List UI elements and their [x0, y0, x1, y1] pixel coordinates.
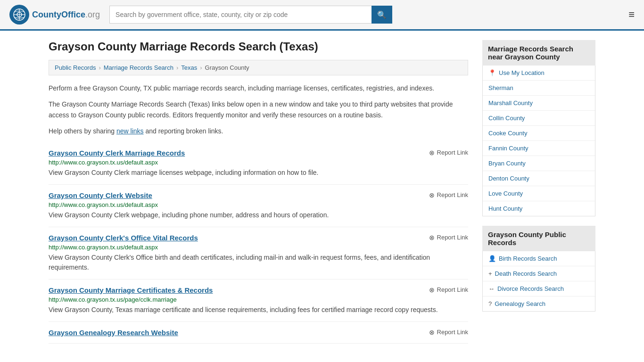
logo-icon — [9, 5, 29, 25]
public-records-header: Grayson County Public Records — [482, 226, 595, 251]
record-desc-2: View Grayson County Clerk's Office birth… — [49, 253, 468, 272]
header: CountyOffice.org 🔍 ≡ — [0, 0, 644, 31]
nearby-item-5[interactable]: Fannin County — [483, 141, 595, 156]
record-item: Grayson Genealogy Research Website ⊗ Rep… — [49, 322, 468, 344]
public-records-list: 👤Birth Records Search+Death Records Sear… — [482, 251, 595, 312]
cross-icon: + — [488, 270, 492, 277]
description-3: Help others by sharing new links and rep… — [49, 126, 468, 136]
record-item: Grayson County Clerk's Office Vital Reco… — [49, 227, 468, 280]
public-record-label-0: Birth Records Search — [499, 255, 557, 262]
menu-icon: ≡ — [628, 8, 635, 20]
breadcrumb: Public Records › Marriage Records Search… — [49, 60, 468, 75]
report-icon-4: ⊗ — [429, 329, 435, 336]
records-list: Grayson County Clerk Marriage Records ⊗ … — [49, 142, 468, 344]
nearby-item-6[interactable]: Bryan County — [483, 156, 595, 171]
page-title: Grayson County Marriage Records Search (… — [49, 40, 468, 53]
new-links-link[interactable]: new links — [116, 127, 144, 135]
record-title-1[interactable]: Grayson County Clerk Website — [49, 191, 152, 199]
report-label-1: Report Link — [437, 191, 468, 198]
record-url-3[interactable]: http://www.co.grayson.tx.us/page/cclk.ma… — [49, 296, 468, 303]
question-icon: ? — [488, 300, 492, 307]
record-item: Grayson County Clerk Website ⊗ Report Li… — [49, 185, 468, 227]
record-url-0[interactable]: http://www.co.grayson.tx.us/default.aspx — [49, 159, 468, 166]
report-label-3: Report Link — [437, 286, 468, 293]
record-item: Grayson County Marriage Certificates & R… — [49, 280, 468, 322]
breadcrumb-marriage-records[interactable]: Marriage Records Search — [104, 64, 173, 71]
record-url-1[interactable]: http://www.co.grayson.tx.us/default.aspx — [49, 201, 468, 208]
nearby-item-9[interactable]: Hunt County — [483, 201, 595, 216]
search-area: 🔍 — [109, 6, 392, 24]
public-records-section: Grayson County Public Records 👤Birth Rec… — [482, 226, 595, 312]
nearby-item-8[interactable]: Love County — [483, 186, 595, 201]
nearby-label-3: Collin County — [488, 115, 525, 122]
nearby-label-2: Marshall County — [488, 99, 533, 107]
report-link-btn-1[interactable]: ⊗ Report Link — [429, 191, 468, 199]
menu-button[interactable]: ≡ — [628, 9, 635, 20]
report-icon-1: ⊗ — [429, 191, 435, 199]
nearby-header: Marriage Records Search near Grayson Cou… — [482, 40, 595, 66]
record-desc-0: View Grayson County Clerk marriage licen… — [49, 168, 468, 178]
description-2: The Grayson County Marriage Records Sear… — [49, 99, 468, 120]
logo-text: CountyOffice.org — [32, 10, 100, 20]
nearby-list: 📍Use My LocationShermanMarshall CountyCo… — [482, 66, 595, 216]
nearby-label-8: Love County — [488, 190, 523, 197]
public-record-item-3[interactable]: ?Genealogy Search — [483, 296, 595, 311]
public-record-label-3: Genealogy Search — [495, 300, 545, 307]
location-icon: 📍 — [488, 69, 496, 76]
report-link-btn-0[interactable]: ⊗ Report Link — [429, 149, 468, 156]
record-title-0[interactable]: Grayson County Clerk Marriage Records — [49, 149, 185, 157]
sidebar: Marriage Records Search near Grayson Cou… — [482, 40, 595, 344]
record-title-4[interactable]: Grayson Genealogy Research Website — [49, 329, 178, 337]
report-label-4: Report Link — [437, 329, 468, 336]
nearby-label-9: Hunt County — [488, 205, 522, 212]
report-link-btn-2[interactable]: ⊗ Report Link — [429, 234, 468, 241]
nearby-section: Marriage Records Search near Grayson Cou… — [482, 40, 595, 216]
nearby-label-7: Denton County — [488, 175, 529, 182]
logo[interactable]: CountyOffice.org — [9, 5, 100, 25]
nearby-item-0[interactable]: 📍Use My Location — [483, 66, 595, 81]
search-icon: 🔍 — [377, 11, 387, 19]
public-record-item-0[interactable]: 👤Birth Records Search — [483, 251, 595, 266]
description-1: Perform a free Grayson County, TX public… — [49, 83, 468, 93]
report-label-2: Report Link — [437, 234, 468, 241]
nearby-item-3[interactable]: Collin County — [483, 111, 595, 126]
report-label-0: Report Link — [437, 149, 468, 156]
breadcrumb-public-records[interactable]: Public Records — [55, 64, 96, 71]
nearby-item-2[interactable]: Marshall County — [483, 96, 595, 111]
nearby-label-1: Sherman — [488, 84, 513, 91]
nearby-item-7[interactable]: Denton County — [483, 171, 595, 186]
report-icon-3: ⊗ — [429, 286, 435, 294]
search-button[interactable]: 🔍 — [372, 6, 392, 24]
record-item: Grayson County Clerk Marriage Records ⊗ … — [49, 142, 468, 185]
report-icon-2: ⊗ — [429, 234, 435, 241]
record-url-2[interactable]: http://www.co.grayson.tx.us/default.aspx — [49, 244, 468, 251]
nearby-label-0: Use My Location — [499, 69, 545, 76]
person-icon: 👤 — [488, 255, 496, 262]
nearby-label-4: Cooke County — [488, 130, 527, 137]
content-area: Grayson County Marriage Records Search (… — [49, 40, 468, 344]
public-record-item-2[interactable]: ↔Divorce Records Search — [483, 281, 595, 296]
nearby-label-6: Bryan County — [488, 160, 526, 167]
nearby-item-4[interactable]: Cooke County — [483, 126, 595, 141]
nearby-label-5: Fannin County — [488, 145, 528, 152]
breadcrumb-county: Grayson County — [205, 64, 249, 71]
record-desc-1: View Grayson County Clerk webpage, inclu… — [49, 210, 468, 220]
report-icon-0: ⊗ — [429, 149, 435, 156]
main-container: Grayson County Marriage Records Search (… — [39, 31, 605, 353]
breadcrumb-sep-2: › — [176, 64, 178, 71]
report-link-btn-3[interactable]: ⊗ Report Link — [429, 286, 468, 294]
search-input[interactable] — [109, 6, 372, 24]
divorce-icon: ↔ — [488, 285, 495, 292]
public-record-label-1: Death Records Search — [495, 270, 557, 277]
breadcrumb-texas[interactable]: Texas — [181, 64, 197, 71]
public-record-label-2: Divorce Records Search — [497, 285, 564, 292]
record-title-3[interactable]: Grayson County Marriage Certificates & R… — [49, 286, 213, 294]
record-desc-3: View Grayson County, Texas marriage cert… — [49, 305, 468, 315]
breadcrumb-sep-1: › — [99, 64, 100, 71]
report-link-btn-4[interactable]: ⊗ Report Link — [429, 329, 468, 336]
record-title-2[interactable]: Grayson County Clerk's Office Vital Reco… — [49, 234, 198, 242]
nearby-item-1[interactable]: Sherman — [483, 81, 595, 96]
breadcrumb-sep-3: › — [200, 64, 202, 71]
public-record-item-1[interactable]: +Death Records Search — [483, 266, 595, 281]
